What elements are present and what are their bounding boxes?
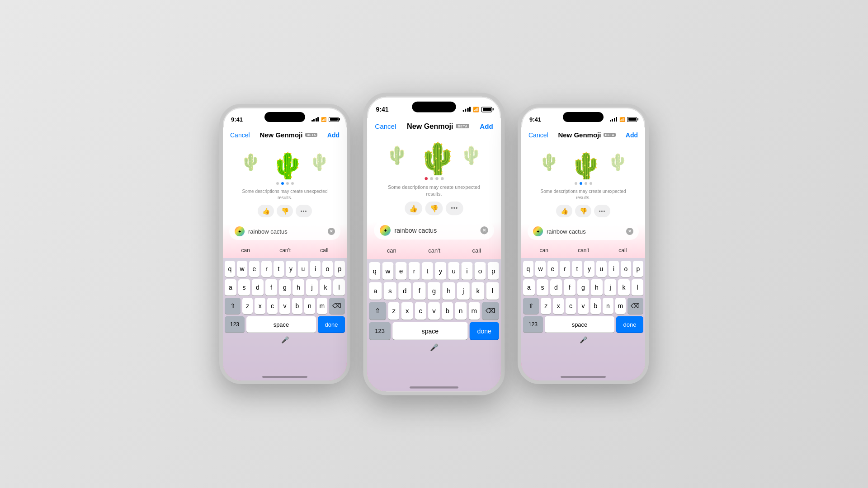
pred-cant-right[interactable]: can't	[574, 246, 593, 254]
key-v-right[interactable]: v	[578, 298, 588, 314]
key-m-right[interactable]: m	[615, 298, 626, 314]
key-d-left[interactable]: d	[252, 279, 264, 296]
key-d-center[interactable]: d	[398, 282, 411, 300]
thumbs-down-left[interactable]: 👎	[277, 205, 293, 217]
key-m-left[interactable]: m	[317, 298, 327, 314]
clear-search-btn-right[interactable]: ✕	[626, 228, 633, 235]
key-k-center[interactable]: k	[472, 282, 484, 300]
shift-key-center[interactable]: ⇧	[369, 302, 386, 320]
emoji-cactus-center-3[interactable]: 🌵	[454, 139, 487, 172]
key-x-right[interactable]: x	[553, 298, 563, 314]
thumbs-up-center[interactable]: 👍	[405, 202, 422, 215]
key-g-right[interactable]: g	[577, 279, 589, 296]
key-b-left[interactable]: b	[292, 298, 302, 314]
pred-call-left[interactable]: call	[316, 246, 332, 254]
add-button-right[interactable]: Add	[626, 131, 638, 139]
key-h-right[interactable]: h	[591, 279, 603, 296]
more-btn-right[interactable]: •••	[594, 205, 610, 217]
key-x-left[interactable]: x	[255, 298, 265, 314]
space-key-left[interactable]: space	[246, 316, 316, 333]
key-n-left[interactable]: n	[304, 298, 315, 314]
key-c-center[interactable]: c	[415, 302, 426, 320]
search-input-wrapper-center[interactable]: ✦ rainbow cactus ✕	[374, 221, 494, 239]
key-i-right[interactable]: i	[609, 261, 619, 277]
mic-icon-right[interactable]: 🎤	[580, 336, 587, 343]
space-key-center[interactable]: space	[392, 322, 467, 340]
key-e-left[interactable]: e	[249, 261, 259, 277]
emoji-cactus-left-3[interactable]: 🌵	[304, 147, 335, 178]
emoji-cactus-right-3[interactable]: 🌵	[602, 147, 633, 178]
cancel-button-center[interactable]: Cancel	[375, 122, 396, 130]
emoji-cactus-right-2[interactable]: 🌵	[566, 145, 601, 180]
backspace-key-center[interactable]: ⌫	[482, 302, 499, 320]
numbers-key-right[interactable]: 123	[523, 316, 543, 333]
shift-key-right[interactable]: ⇧	[523, 298, 539, 314]
key-w-right[interactable]: w	[535, 261, 546, 277]
key-b-center[interactable]: b	[442, 302, 453, 320]
key-k-left[interactable]: k	[320, 279, 331, 296]
key-s-center[interactable]: s	[384, 282, 396, 300]
emoji-cactus-left-1[interactable]: 🌵	[235, 147, 266, 178]
done-key-left[interactable]: done	[318, 316, 345, 333]
key-l-left[interactable]: l	[333, 279, 345, 296]
key-o-right[interactable]: o	[621, 261, 631, 277]
key-e-center[interactable]: e	[396, 262, 407, 280]
key-a-center[interactable]: a	[369, 282, 382, 300]
pred-cant-left[interactable]: can't	[276, 246, 294, 254]
key-c-left[interactable]: c	[267, 298, 278, 314]
key-f-right[interactable]: f	[564, 279, 576, 296]
key-s-left[interactable]: s	[238, 279, 250, 296]
key-n-center[interactable]: n	[455, 302, 467, 320]
key-i-center[interactable]: i	[461, 262, 472, 280]
add-button-center[interactable]: Add	[480, 122, 493, 130]
key-q-right[interactable]: q	[523, 261, 533, 277]
more-btn-center[interactable]: •••	[446, 202, 463, 215]
key-k-right[interactable]: k	[618, 279, 630, 296]
cancel-button-right[interactable]: Cancel	[528, 131, 548, 139]
pred-can-center[interactable]: can	[383, 246, 400, 255]
key-a-left[interactable]: a	[225, 279, 236, 296]
key-u-center[interactable]: u	[448, 262, 459, 280]
key-y-left[interactable]: y	[286, 261, 296, 277]
key-p-center[interactable]: p	[488, 262, 499, 280]
numbers-key-center[interactable]: 123	[369, 322, 391, 340]
key-t-left[interactable]: t	[274, 261, 284, 277]
key-j-center[interactable]: j	[457, 282, 470, 300]
key-a-right[interactable]: a	[523, 279, 535, 296]
key-v-center[interactable]: v	[428, 302, 439, 320]
clear-search-btn-left[interactable]: ✕	[328, 228, 335, 235]
backspace-key-left[interactable]: ⌫	[329, 298, 345, 314]
key-z-left[interactable]: z	[242, 298, 253, 314]
key-u-right[interactable]: u	[596, 261, 607, 277]
key-w-left[interactable]: w	[237, 261, 247, 277]
backspace-key-right[interactable]: ⌫	[627, 298, 643, 314]
mic-icon-center[interactable]: 🎤	[430, 343, 438, 351]
key-v-left[interactable]: v	[279, 298, 290, 314]
thumbs-up-left[interactable]: 👍	[258, 205, 274, 217]
key-s-right[interactable]: s	[537, 279, 548, 296]
key-d-right[interactable]: d	[550, 279, 562, 296]
emoji-cactus-left-2[interactable]: 🌵	[267, 145, 302, 180]
key-l-center[interactable]: l	[486, 282, 499, 300]
add-button-left[interactable]: Add	[327, 131, 340, 139]
key-f-center[interactable]: f	[413, 282, 426, 300]
key-z-right[interactable]: z	[541, 298, 551, 314]
key-r-right[interactable]: r	[560, 261, 570, 277]
mic-icon-left[interactable]: 🎤	[281, 336, 289, 343]
key-t-right[interactable]: t	[572, 261, 582, 277]
cancel-button-left[interactable]: Cancel	[230, 131, 250, 139]
emoji-cactus-center-2[interactable]: 🌵	[415, 136, 453, 174]
emoji-cactus-right-1[interactable]: 🌵	[533, 147, 564, 178]
key-b-right[interactable]: b	[590, 298, 601, 314]
key-p-right[interactable]: p	[633, 261, 643, 277]
pred-call-center[interactable]: call	[468, 246, 485, 255]
key-n-right[interactable]: n	[603, 298, 613, 314]
thumbs-down-right[interactable]: 👎	[575, 205, 591, 217]
search-input-wrapper-left[interactable]: ✦ rainbow cactus ✕	[229, 223, 340, 240]
pred-can-left[interactable]: can	[238, 246, 254, 254]
key-g-left[interactable]: g	[279, 279, 291, 296]
more-btn-left[interactable]: •••	[296, 205, 312, 217]
search-input-wrapper-right[interactable]: ✦ rainbow cactus ✕	[528, 223, 639, 240]
shift-key-left[interactable]: ⇧	[225, 298, 241, 314]
key-q-left[interactable]: q	[225, 261, 235, 277]
